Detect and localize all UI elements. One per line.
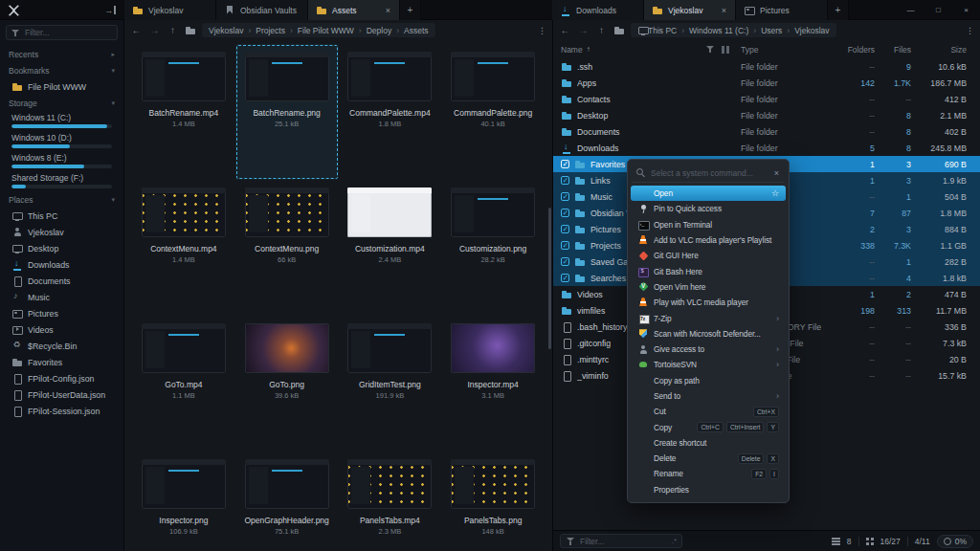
regex-toggle-icon[interactable]: .* [672,537,677,545]
file-row[interactable]: Downloads File folder 5 8 245.8 MB [553,140,980,156]
command-search[interactable]: × [632,164,785,183]
header-columns-icon[interactable] [720,44,731,55]
breadcrumb-segment[interactable]: Deploy [354,26,391,35]
forward-button[interactable]: → [577,25,590,35]
tab[interactable]: Assets × [308,0,400,20]
context-menu-item[interactable]: Open in Terminal [631,217,786,232]
sidebar-place-item[interactable]: Videos [0,321,123,338]
new-tab-button[interactable]: + [828,0,849,20]
back-button[interactable]: ← [130,25,143,35]
context-menu-item[interactable]: Git GUI Here [631,248,786,263]
forward-button[interactable]: → [148,25,161,35]
minimize-button[interactable]: — [897,0,924,20]
file-card[interactable]: Inspector.mp4 3.1 MB [441,316,545,452]
file-card[interactable]: GoTo.mp4 1.1 MB [132,316,235,452]
row-checkbox[interactable] [561,241,569,250]
pane-menu-button[interactable]: ⋮ [966,26,974,35]
sidebar-section-bookmarks[interactable]: Bookmarks ▾ [0,62,123,78]
file-row[interactable]: Contacts File folder -- -- 412 B [553,91,980,107]
close-button[interactable]: × [952,0,980,20]
breadcrumb-segment[interactable]: Users [748,26,782,35]
breadcrumb-segment[interactable]: Assets [391,26,428,35]
sidebar-place-item[interactable]: Desktop [0,240,123,256]
column-name[interactable]: Name [561,45,583,55]
file-card[interactable]: BatchRename.mp4 1.4 MB [132,44,235,180]
file-card[interactable]: PanelsTabs.png 148 kB [441,452,545,551]
header-filter-icon[interactable] [705,44,716,55]
context-menu-item[interactable]: Give access to › [631,342,786,357]
column-folders[interactable]: Folders [833,45,875,55]
sidebar-section-storage[interactable]: Storage ▾ [0,95,123,111]
up-button[interactable]: ↑ [167,25,179,35]
breadcrumb-segment[interactable]: Windows 11 (C:) [677,26,748,35]
row-checkbox[interactable] [561,160,569,168]
column-type[interactable]: Type [741,45,833,55]
context-menu-item[interactable]: TortoiseSVN › [631,357,786,372]
file-card[interactable]: CommandPalette.png 40.1 kB [441,44,545,180]
sidebar-section-recents[interactable]: Recents ▸ [0,46,123,62]
tab-close-icon[interactable]: × [721,6,727,15]
column-size[interactable]: Size [911,45,970,55]
command-search-input[interactable] [651,168,768,178]
sidebar-place-item[interactable]: FPilot-Session.json [0,403,123,419]
pane-menu-button[interactable]: ⋮ [538,26,546,35]
context-menu-item[interactable]: 7-Zip › [631,310,786,325]
tab[interactable]: Vjekoslav × [644,0,736,20]
context-menu-item[interactable]: Play with VLC media player [631,295,786,310]
context-menu-item[interactable]: Scan with Microsoft Defender... [631,326,786,342]
file-row[interactable]: Apps File folder 142 1.7K 186.7 MB [553,75,980,91]
context-menu-item[interactable]: Copy as path [631,373,786,388]
back-button[interactable]: ← [559,25,571,35]
sort-ascending-icon[interactable]: ↑ [587,45,590,54]
list-filter[interactable]: .* [560,534,682,548]
file-card[interactable]: ContextMenu.png 66 kB [235,180,339,316]
context-menu-item[interactable]: Git Bash Here [631,263,786,278]
sidebar-bookmark-item[interactable]: File Pilot WWW [0,78,123,95]
file-card[interactable]: ContextMenu.mp4 1.4 MB [132,180,235,316]
sidebar-section-places[interactable]: Places ▾ [0,191,123,208]
context-menu-item[interactable]: Create shortcut [631,435,786,451]
sidebar-drive-item[interactable]: Windows 11 (C:) [0,111,123,131]
sidebar-place-item[interactable]: $Recycle.Bin [0,338,123,354]
file-row[interactable]: Documents File folder -- 8 402 B [553,123,980,140]
tab[interactable]: Pictures [736,0,828,20]
file-card[interactable]: GoTo.png 39.6 kB [235,316,339,452]
sidebar-place-item[interactable]: Downloads [0,256,123,273]
file-card[interactable]: PanelsTabs.mp4 2.3 MB [339,452,442,551]
context-menu-item[interactable]: Copy Ctrl+CCtrl+InsertY [631,419,786,434]
new-tab-button[interactable]: + [400,0,421,20]
context-menu-item[interactable]: Delete DeleteX [631,451,786,466]
file-card[interactable]: Customization.mp4 2.4 MB [339,180,442,316]
file-card[interactable]: OpenGraphHeader.png 75.1 kB [235,452,339,551]
sidebar-place-item[interactable]: FPilot-UserData.json [0,386,123,403]
sidebar-drive-item[interactable]: Windows 10 (D:) [0,131,123,151]
row-checkbox[interactable] [561,274,569,282]
row-checkbox[interactable] [561,176,569,185]
tab[interactable]: Obsidian Vaults [216,0,308,20]
sidebar-drive-item[interactable]: Windows 8 (E:) [0,151,123,171]
new-folder-icon[interactable] [613,25,625,36]
tab[interactable]: Vjekoslav [124,0,216,20]
context-menu-item[interactable]: Pin to Quick access [631,201,786,216]
sidebar-toggle-icon[interactable]: → [101,3,119,17]
sidebar-place-item[interactable]: Pictures [0,305,123,321]
file-row[interactable]: Desktop File folder -- 8 2.1 MB [553,107,980,123]
sidebar-place-item[interactable]: Vjekoslav [0,224,123,240]
breadcrumb-segment[interactable]: This PC [648,26,677,35]
maximize-button[interactable]: □ [924,0,952,20]
tab[interactable]: Downloads [552,0,644,20]
up-button[interactable]: ↑ [595,25,608,35]
sidebar-place-item[interactable]: Music [0,289,123,305]
sidebar-filter-input[interactable] [25,28,113,37]
breadcrumb-segment[interactable]: Vjekoslav [209,26,243,35]
sidebar-place-item[interactable]: This PC [0,208,123,224]
context-menu-item[interactable]: Rename F2I [631,466,786,481]
row-checkbox[interactable] [561,257,569,266]
row-checkbox[interactable] [561,225,569,233]
tab-close-icon[interactable]: × [385,6,391,15]
file-card[interactable]: Inspector.png 106.9 kB [132,452,235,551]
close-icon[interactable]: × [772,168,781,178]
row-checkbox[interactable] [561,209,569,217]
file-card[interactable]: CommandPalette.mp4 1.8 MB [339,44,442,180]
breadcrumb-segment[interactable]: Vjekoslav [782,26,829,35]
